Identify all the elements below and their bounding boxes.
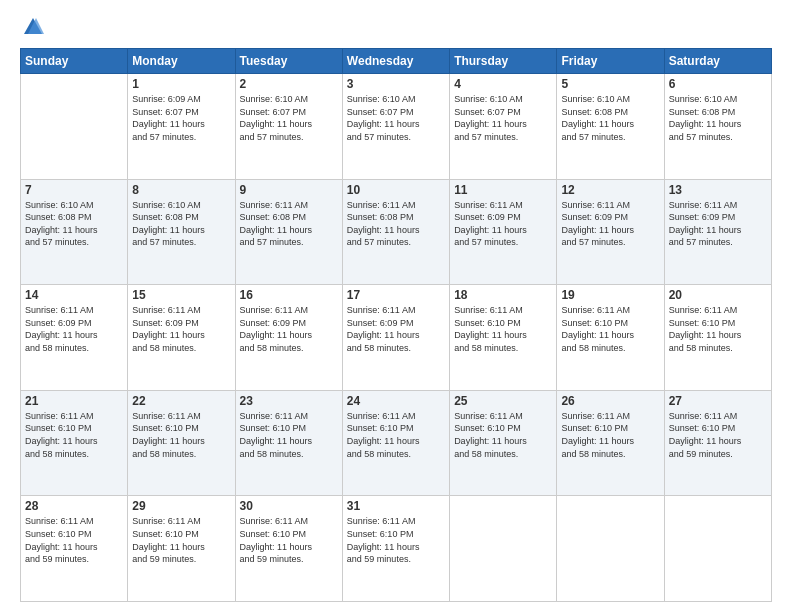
day-number: 24 [347, 394, 445, 408]
calendar-week-4: 21Sunrise: 6:11 AM Sunset: 6:10 PM Dayli… [21, 390, 772, 496]
day-info: Sunrise: 6:11 AM Sunset: 6:10 PM Dayligh… [25, 515, 123, 565]
day-info: Sunrise: 6:11 AM Sunset: 6:10 PM Dayligh… [561, 410, 659, 460]
day-number: 16 [240, 288, 338, 302]
day-number: 1 [132, 77, 230, 91]
day-info: Sunrise: 6:11 AM Sunset: 6:08 PM Dayligh… [347, 199, 445, 249]
header [20, 16, 772, 38]
calendar-cell: 14Sunrise: 6:11 AM Sunset: 6:09 PM Dayli… [21, 285, 128, 391]
day-number: 15 [132, 288, 230, 302]
calendar-cell: 27Sunrise: 6:11 AM Sunset: 6:10 PM Dayli… [664, 390, 771, 496]
calendar-cell [557, 496, 664, 602]
calendar-header-saturday: Saturday [664, 49, 771, 74]
calendar-cell: 11Sunrise: 6:11 AM Sunset: 6:09 PM Dayli… [450, 179, 557, 285]
day-info: Sunrise: 6:11 AM Sunset: 6:10 PM Dayligh… [347, 515, 445, 565]
day-info: Sunrise: 6:10 AM Sunset: 6:08 PM Dayligh… [25, 199, 123, 249]
day-number: 28 [25, 499, 123, 513]
calendar-header-monday: Monday [128, 49, 235, 74]
calendar-week-1: 1Sunrise: 6:09 AM Sunset: 6:07 PM Daylig… [21, 74, 772, 180]
day-number: 4 [454, 77, 552, 91]
day-info: Sunrise: 6:11 AM Sunset: 6:09 PM Dayligh… [240, 304, 338, 354]
calendar-cell: 25Sunrise: 6:11 AM Sunset: 6:10 PM Dayli… [450, 390, 557, 496]
day-info: Sunrise: 6:10 AM Sunset: 6:08 PM Dayligh… [561, 93, 659, 143]
calendar-cell: 22Sunrise: 6:11 AM Sunset: 6:10 PM Dayli… [128, 390, 235, 496]
day-number: 30 [240, 499, 338, 513]
calendar-cell: 23Sunrise: 6:11 AM Sunset: 6:10 PM Dayli… [235, 390, 342, 496]
day-number: 13 [669, 183, 767, 197]
calendar-cell: 31Sunrise: 6:11 AM Sunset: 6:10 PM Dayli… [342, 496, 449, 602]
day-number: 18 [454, 288, 552, 302]
day-number: 2 [240, 77, 338, 91]
calendar-week-2: 7Sunrise: 6:10 AM Sunset: 6:08 PM Daylig… [21, 179, 772, 285]
page: SundayMondayTuesdayWednesdayThursdayFrid… [0, 0, 792, 612]
day-info: Sunrise: 6:10 AM Sunset: 6:07 PM Dayligh… [347, 93, 445, 143]
day-number: 14 [25, 288, 123, 302]
calendar-header-wednesday: Wednesday [342, 49, 449, 74]
day-number: 23 [240, 394, 338, 408]
day-info: Sunrise: 6:10 AM Sunset: 6:07 PM Dayligh… [240, 93, 338, 143]
calendar-cell: 15Sunrise: 6:11 AM Sunset: 6:09 PM Dayli… [128, 285, 235, 391]
day-number: 29 [132, 499, 230, 513]
day-info: Sunrise: 6:10 AM Sunset: 6:08 PM Dayligh… [669, 93, 767, 143]
calendar-week-5: 28Sunrise: 6:11 AM Sunset: 6:10 PM Dayli… [21, 496, 772, 602]
calendar-header-thursday: Thursday [450, 49, 557, 74]
calendar-table: SundayMondayTuesdayWednesdayThursdayFrid… [20, 48, 772, 602]
day-number: 26 [561, 394, 659, 408]
calendar-cell [664, 496, 771, 602]
logo-icon [22, 16, 44, 38]
calendar-header-row: SundayMondayTuesdayWednesdayThursdayFrid… [21, 49, 772, 74]
day-info: Sunrise: 6:11 AM Sunset: 6:10 PM Dayligh… [454, 304, 552, 354]
day-info: Sunrise: 6:11 AM Sunset: 6:09 PM Dayligh… [669, 199, 767, 249]
day-number: 9 [240, 183, 338, 197]
day-number: 31 [347, 499, 445, 513]
day-info: Sunrise: 6:11 AM Sunset: 6:09 PM Dayligh… [347, 304, 445, 354]
day-number: 11 [454, 183, 552, 197]
calendar-cell: 5Sunrise: 6:10 AM Sunset: 6:08 PM Daylig… [557, 74, 664, 180]
day-number: 27 [669, 394, 767, 408]
calendar-cell: 18Sunrise: 6:11 AM Sunset: 6:10 PM Dayli… [450, 285, 557, 391]
day-number: 21 [25, 394, 123, 408]
day-info: Sunrise: 6:11 AM Sunset: 6:10 PM Dayligh… [240, 410, 338, 460]
day-info: Sunrise: 6:11 AM Sunset: 6:10 PM Dayligh… [132, 410, 230, 460]
day-info: Sunrise: 6:11 AM Sunset: 6:09 PM Dayligh… [561, 199, 659, 249]
calendar-cell: 4Sunrise: 6:10 AM Sunset: 6:07 PM Daylig… [450, 74, 557, 180]
day-info: Sunrise: 6:11 AM Sunset: 6:10 PM Dayligh… [25, 410, 123, 460]
calendar-cell: 2Sunrise: 6:10 AM Sunset: 6:07 PM Daylig… [235, 74, 342, 180]
day-info: Sunrise: 6:11 AM Sunset: 6:09 PM Dayligh… [132, 304, 230, 354]
calendar-cell: 26Sunrise: 6:11 AM Sunset: 6:10 PM Dayli… [557, 390, 664, 496]
day-number: 3 [347, 77, 445, 91]
calendar-cell: 19Sunrise: 6:11 AM Sunset: 6:10 PM Dayli… [557, 285, 664, 391]
day-info: Sunrise: 6:10 AM Sunset: 6:08 PM Dayligh… [132, 199, 230, 249]
day-info: Sunrise: 6:11 AM Sunset: 6:10 PM Dayligh… [454, 410, 552, 460]
day-number: 19 [561, 288, 659, 302]
day-number: 12 [561, 183, 659, 197]
day-number: 6 [669, 77, 767, 91]
day-info: Sunrise: 6:11 AM Sunset: 6:09 PM Dayligh… [25, 304, 123, 354]
calendar-cell: 9Sunrise: 6:11 AM Sunset: 6:08 PM Daylig… [235, 179, 342, 285]
calendar-cell [450, 496, 557, 602]
calendar-cell: 30Sunrise: 6:11 AM Sunset: 6:10 PM Dayli… [235, 496, 342, 602]
day-info: Sunrise: 6:11 AM Sunset: 6:10 PM Dayligh… [347, 410, 445, 460]
day-info: Sunrise: 6:11 AM Sunset: 6:10 PM Dayligh… [132, 515, 230, 565]
calendar-cell: 3Sunrise: 6:10 AM Sunset: 6:07 PM Daylig… [342, 74, 449, 180]
day-number: 22 [132, 394, 230, 408]
calendar-cell: 10Sunrise: 6:11 AM Sunset: 6:08 PM Dayli… [342, 179, 449, 285]
day-info: Sunrise: 6:11 AM Sunset: 6:10 PM Dayligh… [240, 515, 338, 565]
calendar-cell: 21Sunrise: 6:11 AM Sunset: 6:10 PM Dayli… [21, 390, 128, 496]
day-info: Sunrise: 6:10 AM Sunset: 6:07 PM Dayligh… [454, 93, 552, 143]
calendar-header-tuesday: Tuesday [235, 49, 342, 74]
calendar-cell: 16Sunrise: 6:11 AM Sunset: 6:09 PM Dayli… [235, 285, 342, 391]
day-number: 8 [132, 183, 230, 197]
day-number: 25 [454, 394, 552, 408]
calendar-cell: 12Sunrise: 6:11 AM Sunset: 6:09 PM Dayli… [557, 179, 664, 285]
day-number: 5 [561, 77, 659, 91]
calendar-cell: 1Sunrise: 6:09 AM Sunset: 6:07 PM Daylig… [128, 74, 235, 180]
logo [20, 16, 44, 38]
calendar-cell: 29Sunrise: 6:11 AM Sunset: 6:10 PM Dayli… [128, 496, 235, 602]
calendar-cell: 20Sunrise: 6:11 AM Sunset: 6:10 PM Dayli… [664, 285, 771, 391]
calendar-header-friday: Friday [557, 49, 664, 74]
day-number: 17 [347, 288, 445, 302]
calendar-cell: 8Sunrise: 6:10 AM Sunset: 6:08 PM Daylig… [128, 179, 235, 285]
calendar-week-3: 14Sunrise: 6:11 AM Sunset: 6:09 PM Dayli… [21, 285, 772, 391]
day-info: Sunrise: 6:11 AM Sunset: 6:10 PM Dayligh… [561, 304, 659, 354]
day-number: 10 [347, 183, 445, 197]
